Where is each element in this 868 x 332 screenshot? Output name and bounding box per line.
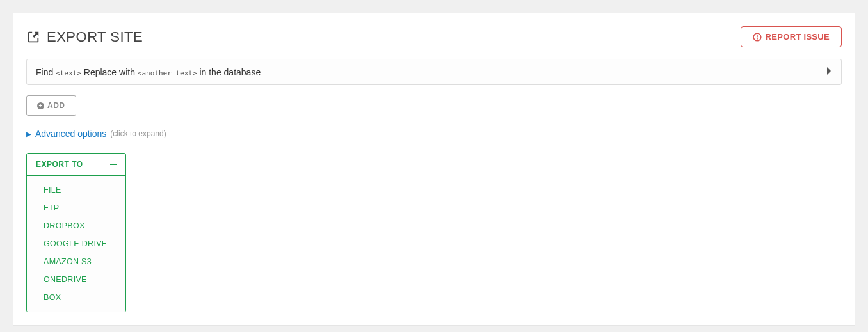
page-title: EXPORT SITE — [47, 29, 143, 45]
fr-mid: Replace with — [81, 67, 138, 77]
export-to-dropdown: EXPORT TO FILE FTP DROPBOX GOOGLE DRIVE … — [26, 153, 126, 312]
caret-right-icon: ▶ — [26, 130, 31, 138]
export-item-onedrive[interactable]: ONEDRIVE — [27, 271, 125, 289]
export-to-header[interactable]: EXPORT TO — [27, 154, 125, 176]
export-to-body: FILE FTP DROPBOX GOOGLE DRIVE AMAZON S3 … — [27, 176, 125, 312]
add-button[interactable]: + ADD — [26, 95, 76, 116]
export-item-box[interactable]: BOX — [27, 289, 125, 306]
chevron-right-icon — [826, 67, 832, 77]
find-replace-bar[interactable]: Find <text> Replace with <another-text> … — [26, 59, 842, 85]
export-item-google-drive[interactable]: GOOGLE DRIVE — [27, 235, 125, 253]
export-item-ftp[interactable]: FTP — [27, 199, 125, 217]
export-item-file[interactable]: FILE — [27, 181, 125, 199]
advanced-options-hint: (click to expand) — [110, 129, 166, 138]
fr-prefix: Find — [36, 67, 56, 77]
add-button-label: ADD — [47, 101, 65, 110]
fr-tag2: <another-text> — [138, 69, 197, 77]
plus-circle-icon: + — [37, 102, 44, 109]
export-item-dropbox[interactable]: DROPBOX — [27, 217, 125, 235]
report-issue-button[interactable]: REPORT ISSUE — [741, 26, 842, 47]
export-to-label: EXPORT TO — [36, 160, 83, 169]
export-item-amazon-s3[interactable]: AMAZON S3 — [27, 253, 125, 271]
advanced-options-toggle[interactable]: ▶ Advanced options (click to expand) — [26, 129, 842, 139]
fr-suffix: in the database — [197, 67, 261, 77]
title-wrap: EXPORT SITE — [26, 29, 143, 45]
alert-icon — [753, 33, 762, 42]
share-icon — [26, 30, 40, 44]
advanced-options-label: Advanced options — [35, 129, 106, 139]
export-panel: EXPORT SITE REPORT ISSUE Find <text> Rep… — [13, 13, 855, 326]
report-issue-label: REPORT ISSUE — [766, 32, 830, 42]
header-row: EXPORT SITE REPORT ISSUE — [26, 26, 842, 47]
minus-icon — [110, 164, 117, 165]
svg-point-2 — [757, 38, 757, 39]
fr-tag1: <text> — [56, 69, 81, 77]
find-replace-text: Find <text> Replace with <another-text> … — [36, 67, 261, 77]
